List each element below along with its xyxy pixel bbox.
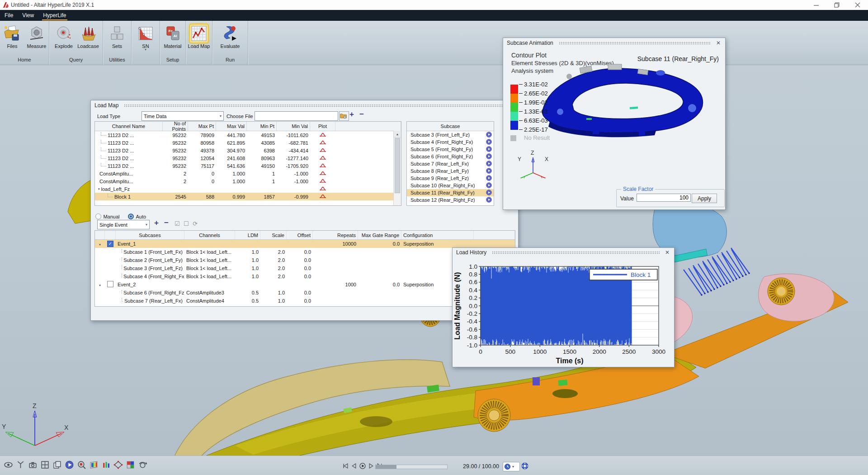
subcase-row[interactable]: Subcase 8 (Rear_Left_Fy): [407, 167, 494, 175]
ribbon-item-sn[interactable]: SN▾: [133, 24, 158, 51]
close-icon[interactable]: ✕: [664, 249, 670, 256]
load-map-title-bar[interactable]: Load Map: [91, 100, 518, 110]
subcase-play-icon[interactable]: [486, 175, 492, 182]
ribbon-item-files[interactable]: Files: [0, 24, 24, 49]
zoom-icon[interactable]: [77, 460, 87, 470]
rotate-icon[interactable]: [138, 460, 148, 470]
channel-row[interactable]: 11123 D2 ...9523280958621.89543085-682.7…: [95, 139, 401, 147]
step-back-icon[interactable]: [351, 463, 358, 469]
channel-row[interactable]: 11123 D2 ...9523249378304.9706398-434.41…: [95, 147, 401, 154]
ribbon-item-evaluate[interactable]: Evaluate: [218, 24, 242, 49]
choose-file-input[interactable]: [255, 111, 338, 121]
plot-curve-icon[interactable]: [310, 171, 335, 176]
remove-channel-button[interactable]: −: [359, 111, 364, 118]
multiview-icon[interactable]: [40, 460, 50, 470]
subcase-row[interactable]: Subcase 11 (Rear_Right_Fy): [407, 189, 494, 196]
remove-event-button[interactable]: −: [164, 220, 169, 226]
play-icon[interactable]: [65, 460, 75, 470]
subcase-play-icon[interactable]: [486, 182, 492, 189]
subcase-row[interactable]: Subcase 4 (Front_Right_Fx): [407, 138, 494, 146]
play-circle-icon[interactable]: [359, 463, 366, 469]
menu-view[interactable]: View: [18, 10, 38, 21]
auto-radio[interactable]: Auto: [128, 212, 146, 220]
contour-legend-icon[interactable]: [89, 460, 99, 470]
ribbon-item-sets[interactable]: Sets: [105, 24, 129, 49]
event-checkbox-checked[interactable]: ✓: [107, 241, 113, 247]
plot-curve-icon[interactable]: [310, 140, 335, 146]
minimize-icon[interactable]: [806, 0, 826, 10]
load-type-dropdown[interactable]: Time Data▾: [142, 111, 224, 121]
tree-collapse-icon[interactable]: ▾: [98, 187, 100, 191]
step-forward-icon[interactable]: [368, 463, 375, 469]
plot-curve-icon[interactable]: [310, 147, 335, 153]
ribbon-item-load-map[interactable]: Load Map: [187, 24, 211, 49]
subcase-row[interactable]: Subcase 5 (Front_Right_Fy): [407, 146, 494, 153]
add-channel-button[interactable]: +: [349, 111, 354, 118]
radio-selected-icon[interactable]: [128, 214, 134, 219]
elements-icon[interactable]: [126, 460, 136, 470]
menu-file[interactable]: File: [0, 10, 18, 21]
subcase-row[interactable]: Subcase 6 (Front_Right_Fz): [407, 153, 494, 160]
ribbon-item-measure[interactable]: Measure: [24, 24, 49, 49]
mesh-icon[interactable]: [113, 460, 123, 470]
event-mode-dropdown[interactable]: Single Event▾: [97, 220, 150, 229]
subcase-row[interactable]: Subcase 7 (Rear_Left_Fx): [407, 160, 494, 167]
subcase-play-icon[interactable]: [486, 168, 492, 175]
subcase-row[interactable]: Subcase 9 (Rear_Left_Fz): [407, 175, 494, 182]
channel-row[interactable]: Block 125455880.9991857-0.999: [95, 193, 401, 200]
add-event-button[interactable]: +: [154, 220, 159, 226]
subcase-row[interactable]: Subcase 3 (Front_Left_Fz): [407, 131, 494, 138]
tree-collapse-icon[interactable]: ▾: [99, 284, 101, 287]
subcase-row[interactable]: Subcase 12 (Rear_Right_Fz): [407, 196, 494, 204]
subcase-play-icon[interactable]: [486, 146, 492, 153]
menu-hyperlife[interactable]: HyperLife: [38, 10, 71, 21]
colorbars-icon[interactable]: [101, 460, 111, 470]
plot-curve-icon[interactable]: [310, 186, 335, 192]
channel-row[interactable]: 11123 D2 ...9523278909441.78049153-1011.…: [95, 131, 401, 139]
subcase-row[interactable]: Subcase 10 (Rear_Right_Fx): [407, 182, 494, 189]
plot-curve-icon[interactable]: [310, 194, 335, 200]
subcase-play-icon[interactable]: [486, 190, 492, 196]
animation-mode-button[interactable]: ▾: [503, 462, 520, 471]
sn-dropdown-icon[interactable]: ▾: [145, 49, 146, 51]
animation-frame-slider[interactable]: [375, 465, 448, 469]
apply-button[interactable]: Apply: [692, 194, 717, 203]
plot-curve-icon[interactable]: [310, 155, 335, 161]
subcase-play-icon[interactable]: [486, 153, 492, 160]
close-icon[interactable]: ✕: [715, 40, 722, 46]
pages-icon[interactable]: [52, 460, 62, 470]
ribbon-item-loadcase[interactable]: Loadcase: [76, 24, 100, 49]
plot-curve-icon[interactable]: [310, 163, 335, 169]
triad-icon[interactable]: [16, 460, 26, 470]
uncheck-all-icon[interactable]: ☐: [184, 220, 189, 227]
ribbon-item-material[interactable]: FeAlMaterial: [160, 24, 185, 49]
view-icon[interactable]: [4, 460, 14, 470]
subcase-play-icon[interactable]: [486, 139, 492, 146]
close-icon[interactable]: [847, 0, 868, 10]
reset-events-icon[interactable]: ⟳: [193, 220, 198, 227]
channel-row[interactable]: ConstAmplitu...201.0001-1.000: [95, 177, 401, 185]
restore-icon[interactable]: [826, 0, 847, 10]
tree-collapse-icon[interactable]: ▾: [99, 243, 101, 246]
ribbon-item-explode[interactable]: Explode: [52, 24, 76, 49]
subcase-play-icon[interactable]: [486, 132, 492, 138]
channel-table-scrollbar[interactable]: ▲: [393, 131, 401, 205]
channel-row[interactable]: 11123 D2 ...9523275117541.63649150-1705.…: [95, 162, 401, 170]
load-history-title-bar[interactable]: Load History ✕: [453, 248, 674, 256]
channel-row[interactable]: 11123 D2 ...9523212054241.60880963-1277.…: [95, 154, 401, 162]
scale-factor-input[interactable]: [637, 194, 691, 202]
check-all-icon[interactable]: ☑: [175, 220, 180, 227]
scroll-up-icon[interactable]: ▲: [394, 131, 401, 138]
plot-curve-icon[interactable]: [310, 178, 335, 184]
settings-icon[interactable]: [521, 462, 529, 470]
event-checkbox-unchecked[interactable]: [107, 281, 113, 287]
subcase-play-icon[interactable]: [486, 197, 492, 204]
snapshot-icon[interactable]: [28, 460, 38, 470]
channel-row[interactable]: ConstAmplitu...201.0001-1.000: [95, 170, 401, 177]
subcase-play-icon[interactable]: [486, 161, 492, 167]
manual-radio[interactable]: Manual: [95, 212, 120, 220]
event-row[interactable]: ▾✓Event_1100000.0Superposition: [95, 240, 515, 248]
plot-curve-icon[interactable]: [310, 132, 335, 138]
skip-start-icon[interactable]: [342, 463, 349, 469]
radio-icon[interactable]: [95, 214, 101, 219]
